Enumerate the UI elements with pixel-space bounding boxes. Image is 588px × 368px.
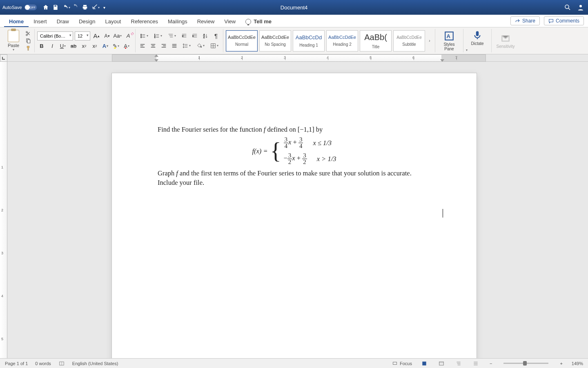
svg-text:3: 3 xyxy=(154,36,156,38)
share-label: Share xyxy=(522,18,535,24)
view-outline[interactable] xyxy=(454,360,463,367)
tab-mailings[interactable]: Mailings xyxy=(163,16,192,27)
redo-icon[interactable] xyxy=(70,2,80,12)
paste-button[interactable]: Paste ▾ xyxy=(5,30,22,52)
styles-more-icon[interactable]: › xyxy=(427,38,432,43)
zoom-level[interactable]: 149% xyxy=(572,361,583,366)
subscript-button[interactable]: x2 xyxy=(80,42,89,50)
align-left-button[interactable] xyxy=(138,42,147,50)
save-icon[interactable] xyxy=(51,2,60,12)
clear-formatting-icon[interactable]: A◇ xyxy=(124,32,133,40)
view-print-layout[interactable] xyxy=(419,360,429,367)
dictate-dropdown-icon[interactable]: ▾ xyxy=(466,48,468,52)
bold-button[interactable]: B xyxy=(37,42,46,50)
styles-pane-button[interactable]: A Styles Pane xyxy=(438,31,461,51)
page[interactable]: Find the Fourier series for the function… xyxy=(112,73,477,358)
font-color-button[interactable]: A xyxy=(122,42,131,50)
style-name: Heading 2 xyxy=(333,42,352,47)
view-draft[interactable] xyxy=(471,360,481,367)
dictate-button[interactable]: Dictate xyxy=(466,30,489,46)
strikethrough-button[interactable]: ab xyxy=(69,42,78,50)
titlebar: AutoSave OFF ▾ ▾ ▾ Document4 xyxy=(0,0,588,15)
align-right-button[interactable] xyxy=(159,42,168,50)
clipboard-icon xyxy=(8,30,19,42)
font-name-select[interactable] xyxy=(37,31,73,40)
highlight-button[interactable]: ✎ xyxy=(111,42,120,50)
underline-button[interactable]: U xyxy=(58,42,67,50)
status-page[interactable]: Page 1 of 1 xyxy=(5,361,28,366)
tell-me-search[interactable]: Tell me xyxy=(241,16,276,27)
style-heading-1[interactable]: AaBbCcDd Heading 1 xyxy=(293,30,325,52)
page-content[interactable]: Find the Fourier series for the function… xyxy=(112,73,477,187)
paragraph-1[interactable]: Find the Fourier series for the function… xyxy=(158,125,431,134)
sort-button[interactable]: AZ xyxy=(201,32,210,40)
share-button[interactable]: Share xyxy=(510,16,540,25)
view-web-layout[interactable] xyxy=(437,360,446,367)
horizontal-ruler[interactable]: 1234567 xyxy=(0,54,588,62)
increase-indent-button[interactable] xyxy=(190,32,199,40)
paragraph-2[interactable]: Graph f and the first ten terms of the F… xyxy=(158,168,431,187)
autosave-toggle[interactable]: AutoSave OFF xyxy=(2,4,37,10)
shrink-font-icon[interactable]: A▾ xyxy=(102,32,111,40)
show-paragraph-marks-button[interactable]: ¶ xyxy=(212,32,220,40)
style-normal[interactable]: AaBbCcDdEe Normal xyxy=(226,30,258,52)
superscript-button[interactable]: x2 xyxy=(90,42,99,50)
tab-review[interactable]: Review xyxy=(192,16,220,27)
qat-customize-icon[interactable]: ▾ xyxy=(100,2,109,12)
numbering-button[interactable]: 123 xyxy=(152,32,164,40)
style-name: Title xyxy=(372,45,380,49)
tab-layout[interactable]: Layout xyxy=(100,16,126,27)
style-subtitle[interactable]: AaBbCcDdEe Subtitle xyxy=(393,30,425,52)
style-no-spacing[interactable]: AaBbCcDdEe No Spacing xyxy=(259,30,291,52)
change-case-button[interactable]: Aa xyxy=(113,32,122,40)
status-words[interactable]: 0 words xyxy=(35,361,51,366)
shading-button[interactable] xyxy=(194,42,207,50)
styles-pane-label: Styles Pane xyxy=(443,42,454,51)
document-canvas[interactable]: 12345 Find the Fourier series for the fu… xyxy=(0,62,588,358)
tab-home[interactable]: Home xyxy=(4,16,29,27)
zoom-thumb[interactable] xyxy=(523,361,527,366)
autosave-switch[interactable]: OFF xyxy=(24,4,37,10)
focus-mode-button[interactable]: Focus xyxy=(392,361,412,366)
tab-draw[interactable]: Draw xyxy=(52,16,74,27)
justify-button[interactable] xyxy=(170,42,179,50)
italic-button[interactable]: I xyxy=(48,42,57,50)
svg-point-14 xyxy=(200,46,202,47)
search-icon[interactable] xyxy=(563,2,572,12)
bullets-button[interactable] xyxy=(138,32,150,40)
status-spellcheck-icon[interactable] xyxy=(58,361,65,366)
svg-point-8 xyxy=(140,37,142,38)
tab-references[interactable]: References xyxy=(126,16,163,27)
format-painter-icon[interactable] xyxy=(24,45,32,52)
tab-insert[interactable]: Insert xyxy=(29,16,52,27)
tab-selector[interactable] xyxy=(0,54,7,62)
print-icon[interactable] xyxy=(80,2,90,12)
first-line-indent-marker[interactable] xyxy=(154,54,158,57)
line-spacing-button[interactable] xyxy=(180,42,193,50)
home-icon[interactable] xyxy=(41,2,51,12)
grow-font-icon[interactable]: A▴ xyxy=(92,32,101,40)
comments-button[interactable]: Comments xyxy=(544,16,584,25)
microphone-icon xyxy=(472,30,483,40)
vertical-ruler[interactable]: 12345 xyxy=(0,62,7,358)
borders-button[interactable] xyxy=(208,42,220,50)
style-heading-2[interactable]: AaBbCcDdEe Heading 2 xyxy=(326,30,358,52)
account-icon[interactable] xyxy=(576,2,586,12)
decrease-indent-button[interactable] xyxy=(180,32,189,40)
multilevel-list-button[interactable] xyxy=(166,32,178,40)
vruler-number: 2 xyxy=(1,208,3,212)
tab-view[interactable]: View xyxy=(219,16,241,27)
zoom-in-button[interactable]: + xyxy=(558,361,564,366)
text-effects-button[interactable]: A xyxy=(101,42,110,50)
svg-point-0 xyxy=(565,5,569,9)
font-size-select[interactable] xyxy=(75,31,90,40)
cut-icon[interactable] xyxy=(24,30,32,37)
zoom-out-button[interactable]: − xyxy=(488,361,494,366)
style-title[interactable]: AaBb( Title xyxy=(360,30,392,52)
equation-block[interactable]: f(x) = { 34x + 34 x ≤ 1/3 −32x + 32 xyxy=(158,137,431,165)
align-center-button[interactable] xyxy=(149,42,158,50)
status-language[interactable]: English (United States) xyxy=(72,361,118,366)
copy-icon[interactable] xyxy=(24,38,32,44)
tab-design[interactable]: Design xyxy=(74,16,100,27)
zoom-slider[interactable] xyxy=(503,363,548,364)
